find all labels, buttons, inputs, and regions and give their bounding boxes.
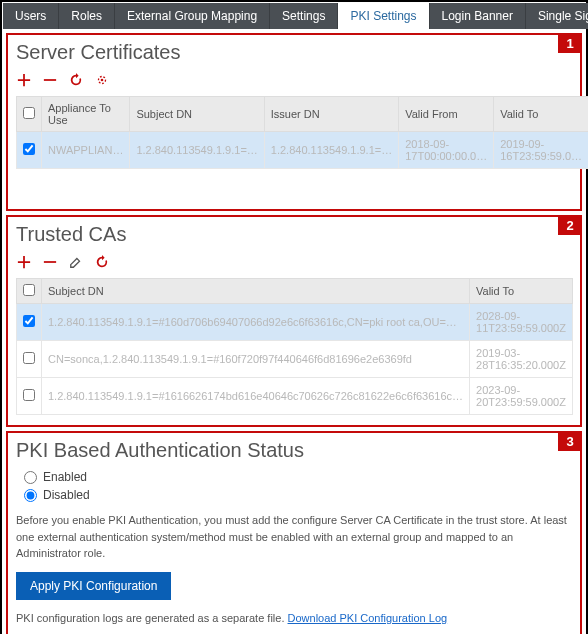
remove-icon[interactable] (42, 254, 58, 270)
refresh-icon[interactable] (94, 254, 110, 270)
server-certs-table: Appliance To Use Subject DN Issuer DN Va… (16, 96, 588, 169)
tab-users[interactable]: Users (3, 3, 59, 29)
row-checkbox[interactable] (17, 304, 42, 341)
panel-number: 2 (558, 215, 582, 235)
toolbar (16, 254, 572, 270)
radio-label: Enabled (43, 470, 87, 484)
cell-appliance: NWAPPLIAN… (42, 132, 130, 169)
tab-roles[interactable]: Roles (59, 3, 115, 29)
target-icon[interactable] (94, 72, 110, 88)
panel-pki-auth-status: 3 PKI Based Authentication Status Enable… (6, 431, 582, 634)
panel-title: PKI Based Authentication Status (16, 439, 572, 462)
col-subject: Subject DN (42, 279, 470, 304)
radio-label: Disabled (43, 488, 90, 502)
panel-number: 1 (558, 33, 582, 53)
col-valid-to: Valid To (494, 97, 588, 132)
col-valid-from: Valid From (399, 97, 494, 132)
tabs-bar: UsersRolesExternal Group MappingSettings… (3, 3, 585, 29)
pki-note: Before you enable PKI Authentication, yo… (16, 512, 572, 562)
radio-enabled[interactable]: Enabled (24, 470, 572, 484)
col-appliance: Appliance To Use (42, 97, 130, 132)
pki-log-note: PKI configuration logs are generated as … (16, 610, 572, 627)
download-log-link[interactable]: Download PKI Configuration Log (288, 612, 448, 624)
cell-valid-from: 2018-09-17T00:00:00.0… (399, 132, 494, 169)
table-row[interactable]: 1.2.840.113549.1.9.1=#160d706b69407066d9… (17, 304, 573, 341)
refresh-icon[interactable] (68, 72, 84, 88)
cell-valid-to: 2019-03-28T16:35:20.000Z (470, 341, 573, 378)
svg-rect-3 (44, 261, 56, 263)
cell-subject: CN=sonca,1.2.840.113549.1.9.1=#160f720f9… (42, 341, 470, 378)
edit-icon[interactable] (68, 254, 84, 270)
tab-external-group-mapping[interactable]: External Group Mapping (115, 3, 270, 29)
select-all[interactable] (17, 97, 42, 132)
col-subject: Subject DN (130, 97, 264, 132)
svg-rect-0 (44, 79, 56, 81)
table-row[interactable]: 1.2.840.113549.1.9.1=#1616626174bd616e40… (17, 378, 573, 415)
tab-login-banner[interactable]: Login Banner (430, 3, 526, 29)
panel-number: 3 (558, 431, 582, 451)
add-icon[interactable] (16, 72, 32, 88)
panel-server-certificates: 1 Server Certificates Appliance To Use S… (6, 33, 582, 211)
cell-valid-to: 2019-09-16T23:59:59.0… (494, 132, 588, 169)
add-icon[interactable] (16, 254, 32, 270)
row-checkbox[interactable] (17, 132, 42, 169)
tab-settings[interactable]: Settings (270, 3, 338, 29)
panel-trusted-cas: 2 Trusted CAs Subject DN Valid To 1.2.84… (6, 215, 582, 427)
table-row[interactable]: NWAPPLIAN…1.2.840.113549.1.9.1=…1.2.840.… (17, 132, 589, 169)
trusted-cas-table: Subject DN Valid To 1.2.840.113549.1.9.1… (16, 278, 573, 415)
col-valid-to: Valid To (470, 279, 573, 304)
panel-title: Server Certificates (16, 41, 572, 64)
svg-point-2 (101, 79, 104, 82)
cell-subject: 1.2.840.113549.1.9.1=… (130, 132, 264, 169)
cell-subject: 1.2.840.113549.1.9.1=#160d706b69407066d9… (42, 304, 470, 341)
table-row[interactable]: CN=sonca,1.2.840.113549.1.9.1=#160f720f9… (17, 341, 573, 378)
toolbar (16, 72, 572, 88)
select-all[interactable] (17, 279, 42, 304)
row-checkbox[interactable] (17, 378, 42, 415)
log-prefix: PKI configuration logs are generated as … (16, 612, 288, 624)
cell-subject: 1.2.840.113549.1.9.1=#1616626174bd616e40… (42, 378, 470, 415)
col-issuer: Issuer DN (264, 97, 398, 132)
radio-disabled[interactable]: Disabled (24, 488, 572, 502)
cell-issuer: 1.2.840.113549.1.9.1=… (264, 132, 398, 169)
tab-single-sign-on-settings[interactable]: Single Sign-On Settings (526, 3, 588, 29)
panel-title: Trusted CAs (16, 223, 572, 246)
apply-pki-button[interactable]: Apply PKI Configuration (16, 572, 171, 600)
cell-valid-to: 2028-09-11T23:59:59.000Z (470, 304, 573, 341)
remove-icon[interactable] (42, 72, 58, 88)
row-checkbox[interactable] (17, 341, 42, 378)
tab-pki-settings[interactable]: PKI Settings (338, 3, 429, 29)
cell-valid-to: 2023-09-20T23:59:59.000Z (470, 378, 573, 415)
